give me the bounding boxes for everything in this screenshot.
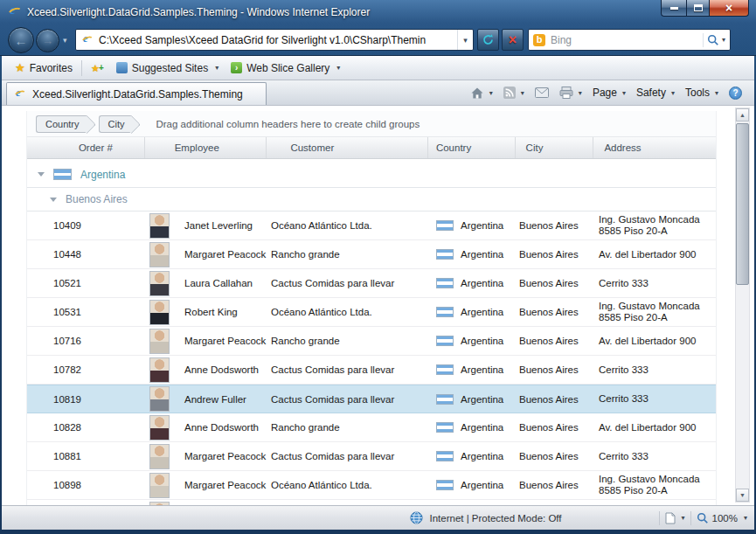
cell-city: Buenos Aires bbox=[517, 364, 595, 375]
table-row[interactable]: 10881 Margaret Peacock Cactus Comidas pa… bbox=[27, 442, 716, 471]
zoom-control[interactable]: 100% bbox=[697, 512, 747, 524]
chevron-down-icon bbox=[715, 89, 718, 97]
print-button[interactable] bbox=[554, 83, 587, 102]
group-chip-country[interactable]: Country bbox=[36, 115, 87, 133]
chevron-down-icon[interactable] bbox=[489, 89, 493, 97]
cell-order: 10782 bbox=[49, 364, 145, 375]
column-header-employee[interactable]: Employee bbox=[145, 137, 267, 158]
table-row[interactable]: 10828 Anne Dodsworth Rancho grande Argen… bbox=[27, 413, 716, 442]
column-header-order[interactable]: Order # bbox=[49, 137, 145, 158]
address-dropdown-icon[interactable] bbox=[457, 30, 473, 50]
home-button[interactable] bbox=[465, 83, 498, 103]
recent-pages-chevron-icon[interactable] bbox=[63, 36, 67, 45]
chevron-down-icon[interactable] bbox=[579, 89, 582, 97]
feeds-button[interactable] bbox=[498, 83, 530, 102]
argentina-flag-icon bbox=[436, 249, 454, 260]
tab-active[interactable]: Xceed.Silverlight.DataGrid.Samples.Themi… bbox=[6, 82, 267, 105]
column-header-city[interactable]: City bbox=[516, 137, 594, 158]
table-row[interactable]: 10531 Robert King Océano Atlántico Ltda.… bbox=[27, 298, 716, 327]
cell-order: 10531 bbox=[49, 307, 145, 317]
cell-country: Argentina bbox=[461, 307, 503, 317]
group-chip-city[interactable]: City bbox=[99, 115, 132, 133]
close-button[interactable] bbox=[710, 0, 749, 17]
search-input[interactable]: Bing bbox=[551, 34, 699, 46]
table-row[interactable]: 10898 Margaret Peacock Océano Atlántico … bbox=[27, 471, 716, 500]
cell-employee: Margaret Peacock bbox=[184, 336, 266, 346]
group-row-country[interactable]: Argentina bbox=[27, 162, 716, 188]
zoom-level: 100% bbox=[712, 513, 738, 524]
web-slice-gallery-button[interactable]: Web Slice Gallery bbox=[225, 59, 346, 77]
argentina-flag-icon bbox=[436, 307, 454, 317]
cell-address: Ing. Gustavo Moncada 8585 Piso 20-A bbox=[595, 472, 717, 498]
stop-button[interactable] bbox=[502, 29, 524, 51]
cell-employee: Margaret Peacock bbox=[184, 480, 266, 490]
expander-icon[interactable] bbox=[38, 172, 45, 177]
column-header-customer[interactable]: Customer bbox=[267, 137, 428, 158]
table-row[interactable]: 10716 Margaret Peacock Rancho grande Arg… bbox=[27, 327, 716, 356]
back-button[interactable] bbox=[8, 27, 34, 53]
cell-order: 10716 bbox=[49, 336, 145, 346]
cell-customer: Cactus Comidas para llevar bbox=[267, 278, 429, 288]
chevron-down-icon bbox=[336, 64, 340, 72]
table-row[interactable]: 10521 Laura Callahan Cactus Comidas para… bbox=[27, 269, 716, 298]
column-header-country[interactable]: Country bbox=[428, 137, 516, 158]
forward-button[interactable] bbox=[36, 29, 59, 52]
cell-city: Buenos Aires bbox=[517, 249, 595, 260]
cell-city: Buenos Aires bbox=[517, 336, 595, 346]
table-row[interactable]: 10409 Janet Leverling Océano Atlántico L… bbox=[27, 212, 716, 240]
favorites-bar: Favorites + Suggested Sites Web Slice Ga… bbox=[2, 56, 754, 80]
refresh-button[interactable] bbox=[477, 29, 499, 51]
chevron-down-icon bbox=[744, 514, 747, 522]
argentina-flag-icon bbox=[436, 364, 454, 375]
close-icon bbox=[725, 0, 732, 16]
page-zoom-menu[interactable] bbox=[665, 512, 685, 524]
page-menu-button[interactable]: Page bbox=[587, 83, 631, 102]
table-row[interactable]: 10782 Anne Dodsworth Cactus Comidas para… bbox=[27, 356, 716, 385]
column-header-address[interactable]: Address bbox=[593, 137, 716, 158]
address-input[interactable]: C:\Xceed Samples\Xceed DataGrid for Silv… bbox=[99, 34, 457, 46]
search-dropdown-icon[interactable] bbox=[722, 36, 725, 44]
argentina-flag-icon bbox=[436, 451, 454, 461]
minimize-button[interactable] bbox=[661, 0, 686, 17]
scroll-up-icon[interactable] bbox=[736, 108, 749, 121]
zoom-magnifier-icon bbox=[697, 512, 709, 524]
zone-text: Internet | Protected Mode: Off bbox=[429, 513, 561, 524]
favorites-label: Favorites bbox=[30, 62, 73, 74]
print-icon bbox=[559, 87, 573, 99]
cell-address: Cerrito 333 bbox=[595, 363, 717, 378]
status-bar: Internet | Protected Mode: Off 100% bbox=[2, 505, 754, 530]
vertical-scrollbar[interactable] bbox=[735, 107, 750, 503]
employee-photo bbox=[149, 300, 170, 325]
argentina-flag-icon bbox=[436, 394, 454, 405]
safety-menu-button[interactable]: Safety bbox=[631, 83, 680, 102]
suggested-sites-button[interactable]: Suggested Sites bbox=[110, 59, 225, 77]
help-button[interactable] bbox=[724, 83, 747, 103]
employee-photo bbox=[149, 386, 170, 412]
search-magnifier-icon[interactable] bbox=[707, 34, 719, 46]
cell-customer: Océano Atlántico Ltda. bbox=[267, 307, 429, 317]
home-icon bbox=[470, 87, 484, 100]
chevron-down-icon[interactable] bbox=[521, 89, 524, 97]
cell-customer: Cactus Comidas para llevar bbox=[267, 451, 429, 461]
add-favorite-button[interactable]: + bbox=[85, 59, 110, 77]
scroll-down-icon[interactable] bbox=[736, 489, 749, 502]
tools-menu-button[interactable]: Tools bbox=[680, 83, 724, 102]
cell-customer: Océano Atlántico Ltda. bbox=[267, 220, 429, 231]
favorites-button[interactable]: Favorites bbox=[9, 59, 79, 77]
table-row[interactable]: 10819 Andrew Fuller Cactus Comidas para … bbox=[27, 385, 716, 413]
maximize-icon bbox=[694, 4, 703, 11]
argentina-flag-icon bbox=[436, 422, 454, 433]
address-bar[interactable]: C:\Xceed Samples\Xceed DataGrid for Silv… bbox=[75, 29, 474, 51]
web-slice-icon bbox=[231, 62, 242, 73]
expander-icon[interactable] bbox=[50, 198, 57, 202]
scrollbar-thumb[interactable] bbox=[736, 123, 749, 285]
search-box[interactable]: Bing bbox=[528, 29, 731, 51]
group-row-city[interactable]: Buenos Aires bbox=[27, 188, 716, 212]
chevron-down-icon bbox=[682, 514, 685, 522]
page-icon bbox=[81, 34, 94, 46]
read-mail-button[interactable] bbox=[530, 84, 554, 101]
cell-country: Argentina bbox=[461, 480, 503, 490]
maximize-button[interactable] bbox=[686, 0, 710, 17]
column-headers: Order # Employee Customer Country City A… bbox=[27, 137, 716, 159]
table-row[interactable]: 10448 Margaret Peacock Rancho grande Arg… bbox=[27, 240, 716, 269]
